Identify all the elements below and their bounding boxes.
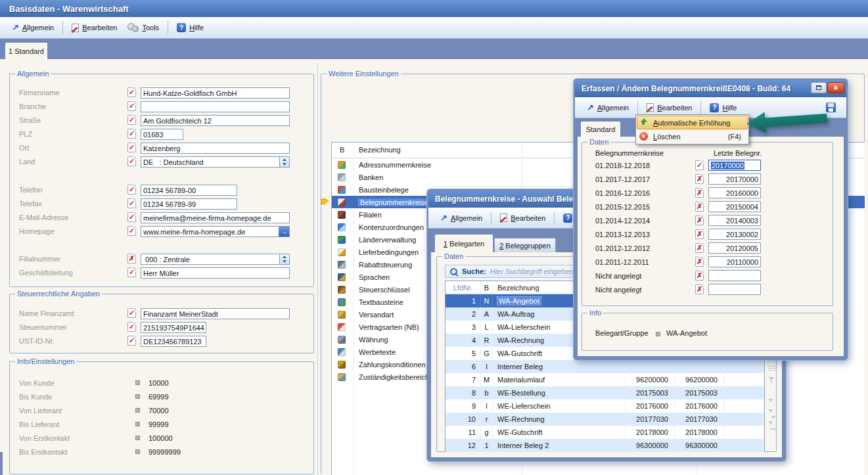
group-info: Info Belegart/Gruppe WA-Angebot [582,313,833,351]
spinner-buttons[interactable] [279,157,289,167]
plz-input[interactable]: 01683 [141,129,183,140]
confirmed-flag-icon[interactable] [127,87,136,97]
letzte-belegnr-input[interactable] [708,270,761,281]
group-info: Info/Einstellungen Von Kunde10000 Bis Ku… [9,361,314,474]
tab-standard[interactable]: 1 Standard [5,43,47,59]
active-flag-icon[interactable] [695,257,704,267]
letzte-belegnr-input[interactable] [708,284,761,295]
beleg-table-row[interactable]: 7 M Materialumlauf 96200000 96200000 [445,373,764,386]
tools-menu[interactable]: Tools [122,20,164,35]
allgemein-menu[interactable]: Allgemein [435,212,488,225]
confirmed-flag-icon[interactable] [127,198,136,208]
beleg-table-row[interactable]: 6 I Interner Beleg [445,360,764,373]
confirmed-flag-icon[interactable] [127,212,136,222]
confirmed-flag-icon[interactable] [127,129,136,139]
confirmed-flag-icon[interactable] [127,226,136,236]
scroll-down-icon[interactable] [768,399,773,402]
range-label: 01.2016-12.2016 [595,189,650,197]
letzte-belegnr-input[interactable]: 20150004 [708,201,761,212]
beleg-table-row[interactable]: 8 b WE-Bestellung 20175003 20175003 [445,386,764,399]
tab-belegarten[interactable]: 1 Belegarten [435,235,493,252]
field-label: Name Finanzamt [19,309,74,317]
main-titlebar[interactable]: Basisdaten - Warenwirtschaft [0,0,868,17]
bearbeiten-menu[interactable]: Bearbeiten [66,21,122,35]
active-flag-icon[interactable] [695,243,704,253]
land-select[interactable]: DE : Deutschland [141,156,290,168]
confirmed-flag-icon[interactable] [127,143,136,152]
menu-item-loeschen[interactable]: Löschen (F4) [637,129,748,143]
open-homepage-button[interactable] [279,227,289,237]
tab-beleggruppen[interactable]: 2 Beleggruppen [494,238,556,252]
confirmed-flag-icon[interactable] [127,336,136,346]
scroll-page-down-icon[interactable] [768,409,773,413]
letzte-belegnr-input[interactable]: 20170000 [708,173,761,185]
email-input[interactable]: meinefirma@meine-firma-homepage.de [141,212,290,223]
active-flag-icon[interactable] [695,160,704,170]
confirmed-flag-icon[interactable] [127,156,136,166]
active-flag-icon[interactable] [695,188,704,198]
confirmed-flag-icon[interactable] [127,115,136,125]
column-header-icon[interactable]: B [340,146,344,154]
delivery-terms-icon [338,248,346,256]
letzte-belegnr-input[interactable]: 20110000 [708,256,761,267]
scroll-end-icon[interactable] [768,421,773,424]
close-button[interactable] [827,82,844,93]
homepage-input[interactable]: www.meine-firma-homepage.de [141,226,290,237]
strasse-input[interactable]: Am Goldfischteich 12 [141,115,290,126]
confirmed-flag-icon[interactable] [127,308,136,318]
beleg-table-row[interactable]: 12 1 Interner Beleg 2 96300000 96300000 [445,439,764,452]
active-flag-icon[interactable] [695,284,704,294]
allgemein-menu[interactable]: Allgemein [7,21,59,34]
filialnummer-select[interactable]: 000 : Zentrale [141,254,290,265]
group-legend: Info [587,309,603,317]
geschaeftsleitung-input[interactable]: Herr Müller [141,267,290,279]
ort-input[interactable]: Katzenberg [141,143,290,154]
bearbeiten-menu[interactable]: Bearbeiten [495,211,551,225]
letzte-belegnr-input[interactable]: 20130002 [708,229,761,240]
confirmed-flag-icon[interactable] [127,185,136,194]
unconfirmed-flag-icon[interactable] [127,254,136,263]
allgemein-menu[interactable]: Allgemein [582,101,634,114]
text-blocks-icon [338,298,346,306]
letzte-belegnr-input[interactable]: 20160000 [708,187,761,198]
firmenname-input[interactable]: Hund-Katze-Goldfisch GmbH [141,87,290,99]
telefax-input[interactable]: 01234 56789-99 [141,198,237,210]
steuernummer-input[interactable]: 2151937549P1644 [141,322,206,333]
grid-lines-icon[interactable] [768,366,776,371]
edit-dialog-titlebar[interactable]: Erfassen / Ändern BelegnummernkreißE0408… [575,80,846,97]
beleg-table-row[interactable]: 10 r WE-Rechnung 20177030 20177030 [445,413,764,426]
tab-standard[interactable]: Standard [581,122,620,137]
hilfe-menu[interactable]: Hilfe [704,101,742,115]
ustid-input[interactable]: DE123456789123 [141,336,206,347]
active-flag-icon[interactable] [695,215,704,225]
confirmed-flag-icon[interactable] [127,322,136,332]
telefon-input[interactable]: 01234 56789-00 [141,185,237,196]
branche-input[interactable] [141,101,290,112]
group-legend: Allgemein [15,70,51,78]
confirmed-flag-icon[interactable] [127,267,136,277]
number-range-row: Nicht angelegt [582,284,833,298]
bearbeiten-menu[interactable]: Bearbeiten [641,101,697,114]
column-header-bezeichnung[interactable]: Bezeichnung [359,146,401,154]
column-header-lfdnr[interactable]: LfdNr. [445,281,481,294]
finanzamt-input[interactable]: Finanzamt MeinerStadt [141,308,290,319]
info-value: 10000 [148,379,169,387]
letzte-belegnr-input[interactable]: 20120005 [708,242,761,254]
spinner-buttons[interactable] [279,254,289,264]
letzte-belegnr-input[interactable]: 20170000 [708,160,761,171]
letzte-belegnr-input[interactable]: 20140003 [708,215,761,226]
beleg-table-row[interactable]: 9 l WE-Lieferschein 20176000 20176000 [445,399,764,413]
active-flag-icon[interactable] [695,271,704,281]
active-flag-icon[interactable] [695,174,704,184]
active-flag-icon[interactable] [695,229,704,239]
restore-button[interactable] [811,82,827,93]
confirmed-flag-icon[interactable] [127,101,136,111]
help-icon [563,214,572,223]
window-edge [0,452,3,475]
hilfe-menu[interactable]: Hilfe [171,20,209,35]
address-ranges-icon [338,161,346,169]
beleg-table-row[interactable]: 11 g WE-Gutschrift 20178000 20178000 [445,426,764,439]
active-flag-icon[interactable] [695,202,704,212]
column-header-b[interactable]: B [481,281,493,294]
menu-item-automatische-erhoehung[interactable]: Automatische Erhöhung [637,116,748,129]
